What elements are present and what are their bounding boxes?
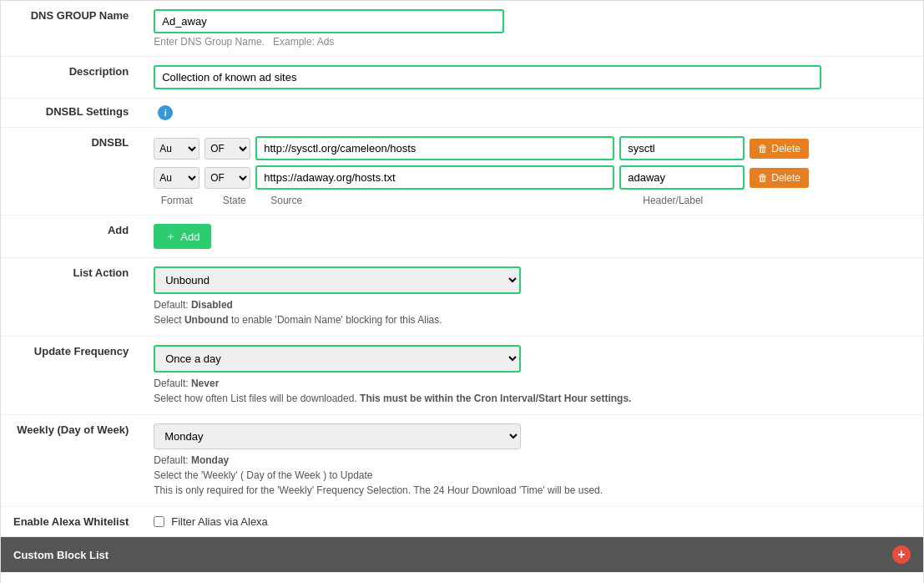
settings-table: DNS GROUP Name Enter DNS Group Name. Exa… (1, 1, 923, 537)
update-freq-select[interactable]: Never Once a day Once a week Once a mont… (154, 345, 521, 373)
dns-name-hint: Enter DNS Group Name. Example: Ads (154, 36, 911, 48)
add-button[interactable]: ＋ Add (154, 224, 211, 249)
alexa-content: Filter Alias via Alexa (141, 507, 923, 537)
weekly-content: Sunday Monday Tuesday Wednesday Thursday… (141, 415, 923, 507)
weekly-desc: Default: Monday Select the 'Weekly' ( Da… (154, 453, 911, 498)
save-section: 💾 Save (1, 572, 923, 583)
dnsbl-state-2[interactable]: OF (204, 167, 250, 189)
trash-icon-1: 🗑 (758, 143, 768, 155)
col-header-format: Format (154, 195, 199, 206)
dnsbl-source-2[interactable] (255, 165, 614, 190)
dns-group-name-label: DNS GROUP Name (1, 1, 141, 57)
alexa-label: Enable Alexa Whitelist (1, 507, 141, 537)
dnsbl-header-2[interactable] (619, 165, 745, 190)
col-header-source: Source (270, 195, 629, 206)
col-header-state: State (211, 195, 257, 206)
list-action-label: List Action (1, 258, 141, 337)
dnsbl-settings-row: DNSBL Settings i (1, 99, 923, 128)
add-label: Add (1, 215, 141, 258)
list-action-row: List Action Disabled Unbound IP FireWall… (1, 258, 923, 337)
custom-block-bar: Custom Block List + (1, 537, 923, 572)
weekly-row: Weekly (Day of Week) Sunday Monday Tuesd… (1, 415, 923, 507)
custom-block-add-icon[interactable]: + (892, 545, 911, 564)
list-action-select[interactable]: Disabled Unbound IP FireWall Null Route (154, 266, 521, 294)
update-freq-row: Update Frequency Never Once a day Once a… (1, 337, 923, 415)
dnsbl-content: Au OF 🗑 Delete Au (141, 128, 923, 215)
dnsbl-format-1[interactable]: Au (154, 138, 199, 160)
info-icon[interactable]: i (158, 105, 173, 120)
alexa-row: Enable Alexa Whitelist Filter Alias via … (1, 507, 923, 537)
dnsbl-settings-content: i (141, 99, 923, 128)
alexa-checkbox-row: Filter Alias via Alexa (154, 515, 911, 528)
dns-group-name-row: DNS GROUP Name Enter DNS Group Name. Exa… (1, 1, 923, 57)
plus-icon: ＋ (165, 229, 176, 244)
alexa-checkbox-label: Filter Alias via Alexa (171, 515, 268, 528)
dnsbl-label: DNSBL (1, 128, 141, 215)
dnsbl-state-1[interactable]: OF (204, 138, 250, 160)
dnsbl-delete-1[interactable]: 🗑 Delete (750, 139, 809, 159)
alexa-checkbox[interactable] (154, 516, 164, 527)
dnsbl-header-1[interactable] (619, 136, 745, 160)
list-action-content: Disabled Unbound IP FireWall Null Route … (141, 258, 923, 337)
update-freq-content: Never Once a day Once a week Once a mont… (141, 337, 923, 415)
description-content (141, 57, 923, 99)
description-label: Description (1, 57, 141, 99)
dns-group-name-content: Enter DNS Group Name. Example: Ads (141, 1, 923, 57)
custom-block-label: Custom Block List (13, 549, 109, 561)
dnsbl-format-2[interactable]: Au (154, 167, 199, 189)
weekly-select[interactable]: Sunday Monday Tuesday Wednesday Thursday… (154, 423, 521, 449)
dnsbl-settings-label: DNSBL Settings (1, 99, 141, 128)
update-freq-label: Update Frequency (1, 337, 141, 415)
dnsbl-row: DNSBL Au OF 🗑 Delete (1, 128, 923, 215)
dnsbl-entry-2: Au OF 🗑 Delete (154, 165, 911, 190)
description-input[interactable] (154, 65, 821, 89)
col-header-headerlabel: Header/Label (643, 195, 768, 206)
add-content: ＋ Add (141, 215, 923, 258)
description-row: Description (1, 57, 923, 99)
weekly-label: Weekly (Day of Week) (1, 415, 141, 507)
add-row: Add ＋ Add (1, 215, 923, 258)
dnsbl-source-1[interactable] (255, 136, 614, 160)
update-freq-desc: Default: Never Select how often List fil… (154, 376, 911, 406)
list-action-desc: Default: Disabled Select Unbound to enab… (154, 297, 911, 327)
form-container: DNS GROUP Name Enter DNS Group Name. Exa… (0, 0, 924, 583)
trash-icon-2: 🗑 (758, 172, 768, 184)
dns-group-name-input[interactable] (154, 9, 504, 33)
dnsbl-col-headers: Format State Source Header/Label (154, 195, 911, 206)
dnsbl-entry-1: Au OF 🗑 Delete (154, 136, 911, 160)
dnsbl-delete-2[interactable]: 🗑 Delete (750, 168, 809, 188)
